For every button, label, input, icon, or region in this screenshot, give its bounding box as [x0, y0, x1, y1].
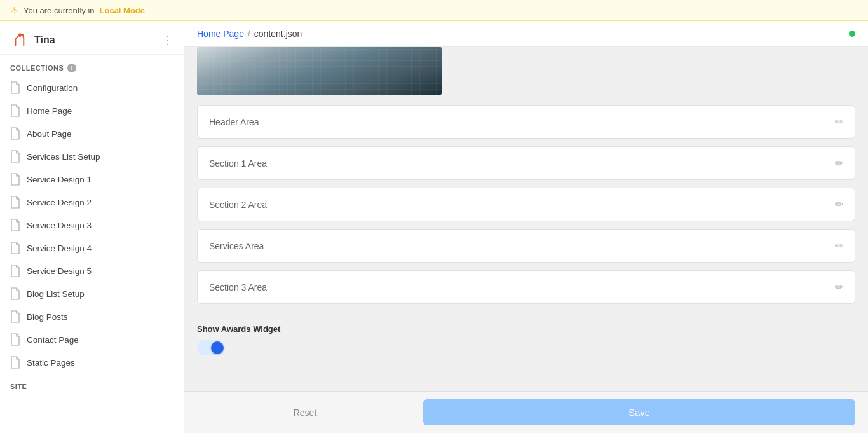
sidebar-item-service-design-2[interactable]: Service Design 2: [0, 191, 184, 214]
status-indicator-dot: [849, 31, 855, 37]
sidebar-item-contact-page[interactable]: Contact Page: [0, 328, 184, 351]
llama-icon: [10, 31, 28, 49]
sidebar-item-label: Blog Posts: [27, 312, 68, 322]
sidebar-item-service-design-1[interactable]: Service Design 1: [0, 168, 184, 191]
banner-text: You are currently in: [24, 6, 95, 15]
section-label: Section 2 Area: [209, 200, 267, 210]
section-row-services-area[interactable]: Services Area ✏: [197, 229, 855, 263]
app-name: Tina: [34, 34, 55, 46]
doc-icon: [10, 310, 20, 323]
sidebar-item-label: Configuration: [27, 83, 78, 93]
sidebar-item-label: Service Design 3: [27, 221, 92, 230]
awards-widget-toggle[interactable]: [197, 340, 225, 355]
bottom-action-bar: Reset Save: [184, 391, 868, 433]
main-panel: Home Page / content.json Header Area ✏ S: [184, 21, 868, 433]
sidebar-item-label: Service Design 1: [27, 175, 92, 184]
sidebar-item-blog-posts[interactable]: Blog Posts: [0, 305, 184, 328]
sidebar-nav: COLLECTIONS i Configuration Home Page: [0, 55, 184, 433]
doc-icon: [10, 333, 20, 346]
sections-container: Header Area ✏ Section 1 Area ✏ Section 2…: [184, 105, 868, 317]
section-label: Section 3 Area: [209, 282, 267, 292]
collections-label: COLLECTIONS i: [0, 55, 184, 76]
doc-icon: [10, 104, 20, 117]
sidebar-item-label: Service Design 4: [27, 244, 92, 253]
section-row-section-2-area[interactable]: Section 2 Area ✏: [197, 188, 855, 221]
breadcrumb-separator: /: [248, 29, 250, 39]
doc-icon: [10, 173, 20, 186]
doc-icon: [10, 81, 20, 94]
doc-icon: [10, 265, 20, 277]
awards-widget-label: Show Awards Widget: [197, 324, 855, 334]
sidebar-item-configuration[interactable]: Configuration: [0, 76, 184, 99]
sidebar-item-label: Home Page: [27, 106, 72, 116]
local-mode-banner: ⚠ You are currently in Local Mode: [0, 0, 868, 21]
site-section-label: SITE: [0, 374, 184, 394]
collections-info-icon[interactable]: i: [67, 64, 76, 72]
section-row-header-area[interactable]: Header Area ✏: [197, 105, 855, 139]
local-mode-label: Local Mode: [100, 6, 146, 15]
section-row-section-3-area[interactable]: Section 3 Area ✏: [197, 270, 855, 304]
section-row-section-1-area[interactable]: Section 1 Area ✏: [197, 146, 855, 180]
section-label: Services Area: [209, 241, 264, 251]
sidebar-item-label: Contact Page: [27, 335, 79, 345]
section-label: Header Area: [209, 117, 259, 127]
sidebar-item-label: Blog List Setup: [27, 289, 85, 299]
edit-icon[interactable]: ✏: [835, 240, 843, 252]
doc-icon: [10, 242, 20, 254]
sidebar-item-service-design-4[interactable]: Service Design 4: [0, 237, 184, 259]
content-area: Header Area ✏ Section 1 Area ✏ Section 2…: [184, 47, 868, 391]
hero-image-container: [184, 47, 868, 105]
sidebar-item-about-page[interactable]: About Page: [0, 122, 184, 145]
save-button[interactable]: Save: [423, 399, 855, 425]
sidebar-item-label: Service Design 5: [27, 266, 92, 276]
reset-button[interactable]: Reset: [197, 400, 413, 425]
warning-icon: ⚠: [10, 5, 18, 15]
doc-icon: [10, 287, 20, 300]
breadcrumb-current: content.json: [254, 29, 302, 39]
awards-widget-area: Show Awards Widget: [184, 317, 868, 368]
doc-icon: [10, 219, 20, 231]
edit-icon[interactable]: ✏: [835, 116, 843, 128]
sidebar-item-service-design-5[interactable]: Service Design 5: [0, 259, 184, 282]
hero-image: [197, 47, 442, 95]
section-label: Section 1 Area: [209, 158, 267, 168]
menu-dots-icon[interactable]: ⋮: [162, 33, 173, 47]
breadcrumb-bar: Home Page / content.json: [184, 21, 868, 47]
edit-icon[interactable]: ✏: [835, 281, 843, 293]
sidebar-item-static-pages[interactable]: Static Pages: [0, 351, 184, 374]
sidebar-header: Tina ⋮: [0, 21, 184, 55]
doc-icon: [10, 196, 20, 209]
edit-icon[interactable]: ✏: [835, 157, 843, 169]
doc-icon: [10, 150, 20, 163]
doc-icon: [10, 356, 20, 369]
sidebar-item-blog-list-setup[interactable]: Blog List Setup: [0, 282, 184, 305]
sidebar: Tina ⋮ COLLECTIONS i Configuration: [0, 21, 184, 433]
sidebar-item-label: Services List Setup: [27, 152, 100, 162]
sidebar-item-home-page[interactable]: Home Page: [0, 99, 184, 122]
sidebar-item-service-design-3[interactable]: Service Design 3: [0, 214, 184, 237]
sidebar-item-label: Static Pages: [27, 358, 75, 368]
sidebar-item-label: Service Design 2: [27, 198, 92, 207]
doc-icon: [10, 127, 20, 140]
toggle-knob: [211, 341, 224, 354]
edit-icon[interactable]: ✏: [835, 198, 843, 210]
breadcrumb-parent-link[interactable]: Home Page: [197, 29, 244, 39]
hero-image-inner: [197, 47, 442, 95]
sidebar-item-services-list-setup[interactable]: Services List Setup: [0, 145, 184, 168]
sidebar-item-label: About Page: [27, 129, 72, 139]
